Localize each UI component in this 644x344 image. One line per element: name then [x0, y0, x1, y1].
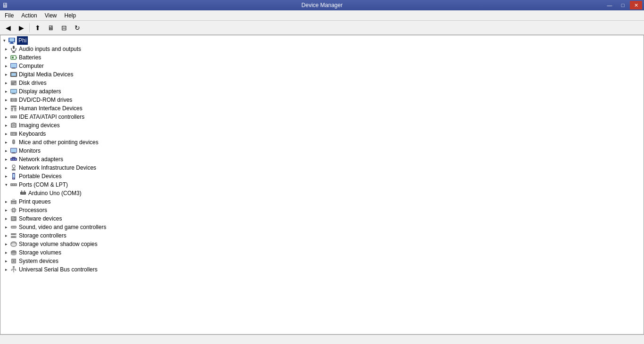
tree-item[interactable]: ▸Keyboards — [0, 130, 644, 138]
expand-arrow[interactable]: ▸ — [2, 147, 10, 155]
expand-arrow[interactable]: ▸ — [2, 206, 10, 214]
menu-item-action[interactable]: Action — [17, 11, 41, 20]
item-label: DVD/CD-ROM drives — [19, 96, 72, 104]
svg-rect-39 — [10, 132, 17, 136]
tree-item[interactable]: ▸System devices — [0, 257, 644, 265]
item-label: Network Infrastructure Devices — [19, 164, 96, 172]
collapse-button[interactable]: ⊟ — [58, 22, 70, 33]
tree-item[interactable]: ▸Mice and other pointing devices — [0, 138, 644, 147]
tree-item[interactable]: ▸Monitors — [0, 147, 644, 155]
tree-item[interactable]: ▸Storage volume shadow copies — [0, 240, 644, 248]
svg-point-25 — [13, 99, 14, 100]
expand-arrow[interactable]: ▸ — [2, 232, 10, 239]
svg-rect-2 — [10, 42, 13, 43]
svg-rect-20 — [11, 90, 17, 93]
tree-item[interactable]: ▸Audio inputs and outputs — [0, 45, 644, 53]
tree-item[interactable]: ▾Ports (COM & LPT) — [0, 180, 644, 189]
menu-item-help[interactable]: Help — [61, 11, 80, 20]
item-icon — [10, 62, 17, 70]
expand-arrow[interactable]: ▸ — [2, 130, 10, 138]
expand-arrow[interactable]: ▸ — [2, 96, 10, 104]
item-label: Computer — [19, 62, 44, 70]
expand-arrow[interactable]: ▸ — [2, 113, 10, 121]
tree-item[interactable]: ▸Processors — [0, 206, 644, 214]
item-icon — [10, 266, 17, 273]
item-label: System devices — [19, 257, 58, 265]
tree-item[interactable]: ▸Sound, video and game controllers — [0, 223, 644, 231]
svg-rect-21 — [12, 93, 15, 94]
item-icon — [10, 139, 17, 146]
up-button[interactable]: ⬆ — [32, 22, 44, 33]
expand-arrow[interactable]: ▸ — [2, 79, 10, 87]
tree-root-item[interactable]: Phi — [0, 36, 644, 45]
expand-arrow-root[interactable] — [0, 37, 8, 44]
back-button[interactable]: ◀ — [2, 22, 14, 33]
minimize-button[interactable]: — — [603, 1, 616, 9]
expand-arrow[interactable]: ▸ — [2, 54, 10, 61]
svg-point-56 — [12, 165, 15, 168]
expand-arrow[interactable]: ▸ — [2, 257, 10, 265]
expand-arrow[interactable]: ▸ — [2, 249, 10, 256]
menu-item-view[interactable]: View — [41, 11, 61, 20]
tree-item[interactable]: ▸Network Infrastructure Devices — [0, 164, 644, 172]
forward-button[interactable]: ▶ — [15, 22, 27, 33]
tree-item[interactable]: ▸Human Interface Devices — [0, 104, 644, 113]
tree-item[interactable]: ▸Computer — [0, 62, 644, 70]
svg-rect-75 — [11, 209, 12, 210]
computer-button[interactable]: 🖥 — [45, 22, 57, 33]
tree-item[interactable]: ▸Network adapters — [0, 155, 644, 164]
tree-item[interactable]: ▸Arduino Uno (COM3) — [0, 189, 644, 197]
menu-item-file[interactable]: File — [1, 11, 17, 20]
root-icon — [8, 37, 16, 44]
main-content[interactable]: Phi ▸Audio inputs and outputs▸Batteries▸… — [0, 35, 644, 335]
tree-item[interactable]: ▸Software devices — [0, 214, 644, 223]
svg-rect-43 — [11, 134, 12, 135]
item-icon — [10, 156, 17, 163]
expand-arrow[interactable]: ▸ — [2, 88, 10, 95]
item-label: Digital Media Devices — [19, 70, 73, 79]
expand-arrow[interactable]: ▸ — [2, 172, 10, 180]
window-controls: — □ ✕ — [603, 1, 642, 9]
maximize-button[interactable]: □ — [617, 1, 629, 9]
svg-rect-66 — [20, 192, 26, 195]
expand-arrow[interactable]: ▸ — [2, 156, 10, 163]
expand-arrow[interactable]: ▸ — [2, 122, 10, 129]
expand-arrow[interactable]: ▸ — [2, 139, 10, 146]
tree-item[interactable]: ▸Batteries — [0, 53, 644, 62]
svg-rect-44 — [13, 134, 15, 135]
expand-arrow[interactable]: ▸ — [2, 223, 10, 231]
tree-item[interactable]: ▸Imaging devices — [0, 121, 644, 130]
expand-arrow[interactable]: ▸ — [2, 266, 10, 273]
item-label: Ports (COM & LPT) — [19, 180, 68, 189]
tree-item[interactable]: ▸Print queues — [0, 197, 644, 206]
tree-item[interactable]: ▸IDE ATA/ATAPI controllers — [0, 113, 644, 121]
close-button[interactable]: ✕ — [630, 1, 642, 9]
expand-arrow[interactable]: ▸ — [2, 71, 10, 78]
svg-point-99 — [11, 253, 17, 255]
tree-item[interactable]: ▸Storage volumes — [0, 248, 644, 257]
tree-item[interactable]: ▸Universal Serial Bus controllers — [0, 265, 644, 274]
svg-rect-72 — [12, 203, 15, 204]
tree-item[interactable]: ▸Display adapters — [0, 87, 644, 96]
expand-arrow[interactable]: ▸ — [2, 62, 10, 70]
svg-rect-8 — [16, 57, 17, 58]
tree-item[interactable]: ▸Disk drives — [0, 79, 644, 87]
expand-arrow[interactable]: ▾ — [2, 181, 10, 188]
expand-arrow[interactable]: ▸ — [2, 105, 10, 112]
tree-item[interactable]: ▸Portable Devices — [0, 172, 644, 180]
expand-arrow[interactable]: ▸ — [2, 164, 10, 172]
svg-rect-4 — [13, 46, 15, 49]
refresh-button[interactable]: ↻ — [71, 22, 83, 33]
tree-item[interactable]: ▸DVD/CD-ROM drives — [0, 96, 644, 104]
expand-arrow[interactable]: ▸ — [2, 215, 10, 222]
item-label: Storage volume shadow copies — [19, 240, 98, 248]
expand-arrow[interactable]: ▸ — [2, 240, 10, 248]
tree-item[interactable]: ▸Storage controllers — [0, 231, 644, 240]
svg-rect-11 — [11, 64, 17, 67]
item-label: Keyboards — [19, 130, 46, 138]
item-label: Portable Devices — [19, 172, 62, 180]
expand-arrow[interactable]: ▸ — [2, 198, 10, 205]
expand-arrow[interactable]: ▸ — [2, 45, 10, 53]
svg-rect-9 — [12, 57, 14, 58]
tree-item[interactable]: ▸Digital Media Devices — [0, 70, 644, 79]
